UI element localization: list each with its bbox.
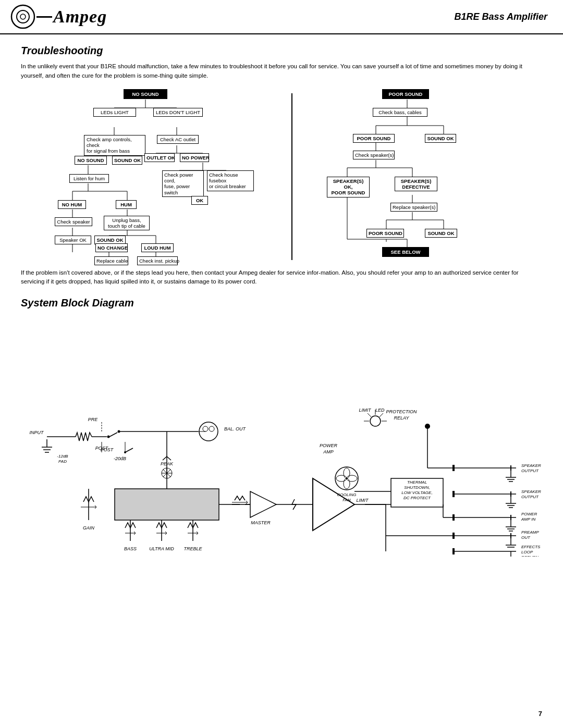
fc-poor-sound3: POOR SOUND xyxy=(366,229,404,238)
fc-leds-dont: LEDs DON'T LIGHT xyxy=(153,108,203,117)
svg-text:LOW VOLTAGE,: LOW VOLTAGE, xyxy=(401,490,432,495)
fc-check-speakers: Check speaker(s) xyxy=(353,151,395,159)
diagram-divider xyxy=(291,93,292,260)
fc-check-bass: Check bass, cables xyxy=(373,108,427,117)
fc-hum: HUM xyxy=(116,200,137,209)
fc-check-power: Check power cord,fuse, power switch xyxy=(162,170,204,198)
block-diagram-container: POST xyxy=(21,317,542,557)
fc-outlet-ok: OUTLET OK xyxy=(144,153,175,162)
fc-speaker-ok: Speaker OK xyxy=(55,236,91,244)
fc-check-amp: Check amp controls, checkfor signal from… xyxy=(84,135,145,156)
svg-point-139 xyxy=(344,478,350,489)
svg-text:OUTPUT: OUTPUT xyxy=(521,495,539,499)
left-flowchart: NO SOUND LEDs LIGHT LEDs DON'T LIGHT Che… xyxy=(46,88,286,260)
svg-text:PREAMP: PREAMP xyxy=(521,530,539,535)
fc-sound-ok2-right: SOUND OK xyxy=(425,229,457,238)
svg-text:SHUTDOWN,: SHUTDOWN, xyxy=(404,485,430,490)
svg-line-68 xyxy=(125,448,133,452)
svg-line-107 xyxy=(380,413,383,417)
fc-speakers-ok-poor: SPEAKER(S) OK,POOR SOUND xyxy=(327,177,370,198)
troubleshooting-diagrams: NO SOUND LEDs LIGHT LEDs DON'T LIGHT Che… xyxy=(21,88,542,260)
right-flowchart: POOR SOUND Check bass, cables POOR SOUND… xyxy=(298,88,517,260)
svg-text:PEAK: PEAK xyxy=(161,461,174,466)
svg-text:LOOP: LOOP xyxy=(521,550,533,554)
fc-unplug-bass: Unplug bass,touch tip of cable xyxy=(104,216,150,231)
svg-point-71 xyxy=(203,426,208,431)
svg-text:LED: LED xyxy=(375,408,385,413)
svg-text:RELAY: RELAY xyxy=(394,415,410,421)
svg-text:BAL. OUT: BAL. OUT xyxy=(224,426,247,431)
fc-see-below-right: SEE BELOW xyxy=(382,247,429,257)
svg-text:TREBLE: TREBLE xyxy=(183,546,202,551)
svg-line-61 xyxy=(109,433,117,437)
fc-sound-ok1: SOUND OK xyxy=(112,156,142,165)
svg-rect-153 xyxy=(452,548,455,554)
header-line-left xyxy=(36,16,52,18)
svg-rect-148 xyxy=(452,465,455,471)
svg-point-137 xyxy=(344,468,350,478)
fc-sound-ok-right: SOUND OK xyxy=(425,134,456,143)
svg-text:AMP: AMP xyxy=(323,449,334,454)
svg-text:POWER: POWER xyxy=(521,512,537,516)
svg-text:LIMIT: LIMIT xyxy=(356,498,369,503)
fc-poor-sound-top: POOR SOUND xyxy=(382,89,429,99)
svg-point-138 xyxy=(347,475,357,482)
svg-point-60 xyxy=(107,436,110,438)
svg-rect-149 xyxy=(452,491,455,497)
block-diagram-svg: POST xyxy=(21,317,542,557)
svg-text:LIMIT: LIMIT xyxy=(359,408,372,413)
fc-replace-speakers: Replace speaker(s) xyxy=(390,203,437,212)
ampeg-logo-icon xyxy=(10,4,35,29)
svg-rect-78 xyxy=(115,489,219,520)
svg-text:GAIN: GAIN xyxy=(83,525,95,530)
fc-poor-sound2: POOR SOUND xyxy=(353,134,395,143)
svg-text:POWER: POWER xyxy=(320,443,338,448)
svg-point-140 xyxy=(336,475,347,482)
fc-no-sound-top: NO SOUND xyxy=(124,89,167,99)
page-number: 7 xyxy=(538,710,542,718)
svg-point-0 xyxy=(11,5,34,28)
page-content: Troubleshooting In the unlikely event th… xyxy=(0,34,563,567)
svg-text:-12dB: -12dB xyxy=(57,454,68,459)
svg-text:PAD: PAD xyxy=(58,459,67,464)
svg-rect-150 xyxy=(452,514,455,521)
svg-text:PRE: PRE xyxy=(88,417,99,422)
svg-text:SPEAKER: SPEAKER xyxy=(521,489,541,494)
svg-text:AMP IN: AMP IN xyxy=(521,517,535,522)
svg-point-2 xyxy=(20,14,26,19)
svg-text:MASTER: MASTER xyxy=(251,520,271,525)
svg-point-103 xyxy=(370,416,381,426)
fc-ok: OK xyxy=(191,196,208,205)
svg-marker-97 xyxy=(250,491,276,517)
fc-replace-cable: Replace cable xyxy=(94,256,128,265)
ampeg-wordmark: Ampeg xyxy=(53,7,107,27)
block-diagram-title: System Block Diagram xyxy=(21,297,542,309)
svg-text:SPEAKER: SPEAKER xyxy=(521,463,541,468)
troubleshooting-title: Troubleshooting xyxy=(21,45,542,57)
svg-line-106 xyxy=(368,413,371,417)
header: Ampeg B1RE Bass Amplifier xyxy=(0,0,563,34)
svg-text:-20dB: -20dB xyxy=(114,456,126,461)
fc-loud-hum: LOUD HUM xyxy=(141,243,174,252)
troubleshooting-body2: If the problem isn't covered above, or i… xyxy=(21,268,542,287)
svg-text:INPUT: INPUT xyxy=(30,430,45,435)
svg-text:FAN: FAN xyxy=(342,498,351,502)
fc-listen-hum: Listen for hum xyxy=(69,174,109,183)
fc-no-hum: NO HUM xyxy=(58,200,86,209)
svg-point-1 xyxy=(17,10,29,23)
logo-area: Ampeg xyxy=(10,4,455,29)
svg-text:THERMAL: THERMAL xyxy=(407,480,427,485)
fc-no-change1: NO CHANGE xyxy=(95,243,128,252)
fc-no-power: NO POWER xyxy=(180,153,209,162)
svg-text:ULTRA MID: ULTRA MID xyxy=(149,546,174,551)
svg-text:EFFECTS: EFFECTS xyxy=(521,545,541,549)
svg-text:OUT: OUT xyxy=(521,535,531,540)
svg-text:DC PROTECT: DC PROTECT xyxy=(403,496,431,500)
fc-no-sound2: NO SOUND xyxy=(75,156,107,165)
troubleshooting-body1: In the unlikely event that your B1RE sho… xyxy=(21,62,542,81)
svg-text:COOLING: COOLING xyxy=(337,492,357,497)
svg-point-72 xyxy=(209,426,214,431)
svg-text:OUTPUT: OUTPUT xyxy=(521,468,539,473)
svg-text:BASS: BASS xyxy=(124,546,137,551)
svg-rect-151 xyxy=(452,533,455,539)
